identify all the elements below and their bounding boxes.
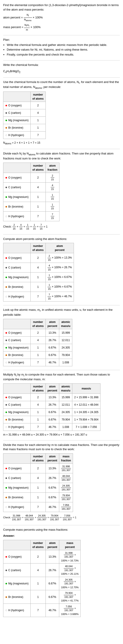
table3: numberof atoms atompercent ● O (oxygen) … <box>3 243 74 302</box>
t5-pct-c: 26.7% <box>46 401 59 408</box>
mass-percent-formula: mass percent = Nimim × 100% <box>3 23 120 32</box>
t6-element-c: ● C (carbon) <box>3 473 31 483</box>
dot-mg: ● <box>5 118 8 123</box>
t5-col-mass: atomicmass/u <box>59 384 72 394</box>
t5-col-pct: atompercent <box>46 384 59 394</box>
t5-calc-h: 7 × 1.008 = 7.056 <box>72 423 100 430</box>
table1-col-atoms: numberof atoms <box>30 92 46 102</box>
ans-col-element <box>3 540 31 550</box>
table1-total: Natoms = 2 + 4 + 1 + 1 + 7 = 15 <box>3 141 120 145</box>
header-text: Find the elemental composition for (1,3-… <box>3 3 120 12</box>
element-c: ● C (carbon) <box>3 109 31 117</box>
ans-col-mass-pct: masspercent <box>59 540 81 550</box>
answer-label: Answer: <box>3 534 120 538</box>
header: Find the elemental composition for (1,3-… <box>3 3 120 32</box>
table5: numberof atoms atompercent atomicmass/u … <box>3 384 100 431</box>
t3-col-element <box>3 243 31 253</box>
t3-col-atoms: numberof atoms <box>30 243 46 253</box>
ans-mass-pct-mg: 24.305191.307 ×100% = 12.70% <box>59 577 81 590</box>
table-row: ● Mg (magnesium) 1 6.67% 24.305 <box>3 344 72 351</box>
dot-br: ● <box>5 204 8 209</box>
table-row: ● Mg (magnesium) 1 6.67% 24.305191.307 <box>3 483 73 492</box>
divider-8 <box>3 440 120 440</box>
t4-pct-mg: 6.67% <box>46 344 59 351</box>
table-row: ● O (oxygen) 2 13.3% 31.998191.307 <box>3 464 73 473</box>
ans-element-mg: ● Mg (magnesium) <box>3 577 31 590</box>
element-br: ● Br (bromine) <box>3 124 31 132</box>
t5-pct-br: 6.67% <box>46 416 59 423</box>
t4-mass-br: 79.904 <box>59 351 72 359</box>
t2-col-atoms: numberof atoms <box>30 162 46 173</box>
table-row: ● O (oxygen) 2 215 <box>3 173 59 182</box>
ans-mass-pct-h: 7.056191.307 ×100% = 3.688% <box>59 604 81 617</box>
table1: numberof atoms ● O (oxygen) 2 ● C (carbo… <box>3 92 46 139</box>
divider-2 <box>3 60 120 60</box>
plan-step-2: Determine values for Ni, mi, Natoms, and… <box>7 48 120 52</box>
chemical-formula: C4H7BrMgO2 <box>3 69 120 74</box>
dot-br: ● <box>5 594 8 600</box>
t6-element-mg: ● Mg (magnesium) <box>3 483 31 492</box>
table-row: ● Mg (magnesium) 1 6.67% 24.305 1 × 24.3… <box>3 408 100 416</box>
t6-atoms-c: 4 <box>30 473 46 483</box>
t4-atoms-o: 2 <box>30 329 46 336</box>
table1-caption: Use the chemical formula to count the nu… <box>3 80 120 90</box>
t2-element-br: ● Br (bromine) <box>3 202 31 211</box>
t6-pct-h: 46.7% <box>46 502 59 512</box>
table-row: ○ H (hydrogen) 7 46.7% 7.056191.307 <box>3 502 73 512</box>
t6-frac-h: 7.056191.307 <box>59 502 73 512</box>
t2-col-frac: atomfraction <box>46 162 59 173</box>
t3-pct-h: 715 × 100% = 46.7% <box>46 292 74 302</box>
dot-mg: ● <box>5 581 8 586</box>
dot-h: ○ <box>5 424 8 430</box>
plan-label: Plan: <box>3 38 120 42</box>
t2-frac-br: 115 <box>46 202 59 211</box>
t2-atoms-o: 2 <box>30 173 46 182</box>
atoms-mg: 1 <box>30 117 46 124</box>
ans-atoms-o: 2 <box>30 550 46 564</box>
dot-mg: ● <box>5 410 8 415</box>
t5-mass-br: 79.904 <box>59 416 72 423</box>
answer-section: Compute mass percents using the mass fra… <box>3 528 120 617</box>
table-row: ● C (carbon) 4 <box>3 109 46 117</box>
t5-element-br: ● Br (bromine) <box>3 416 31 423</box>
table1-col-element <box>3 92 31 102</box>
t2-element-c: ● C (carbon) <box>3 182 31 192</box>
dot-o: ● <box>5 395 8 400</box>
t2-col-element <box>3 162 31 173</box>
table3-caption: Compute atom percents using the atom fra… <box>3 237 120 241</box>
t3-element-h: ○ H (hydrogen) <box>3 292 31 302</box>
dot-mg: ● <box>5 345 8 350</box>
plan-list: Write the chemical formula and gather at… <box>7 43 120 57</box>
dot-o: ● <box>5 175 8 180</box>
t4-atoms-mg: 1 <box>30 344 46 351</box>
t3-atoms-o: 2 <box>30 253 46 263</box>
table-row: ● Br (bromine) 1 6.67% 79.904 1 × 79.904… <box>3 416 100 423</box>
t4-element-o: ● O (oxygen) <box>3 329 31 336</box>
t5-atoms-o: 2 <box>30 394 46 401</box>
dot-h: ○ <box>5 608 8 613</box>
t5-element-o: ● O (oxygen) <box>3 394 31 401</box>
t5-col-element <box>3 384 31 394</box>
t4-atoms-h: 7 <box>30 359 46 366</box>
table-row: ● O (oxygen) 2 13.3% 15.999 2 × 15.999 =… <box>3 394 100 401</box>
table5-caption: Multiply Ni by mi to compute the mass fo… <box>3 372 120 382</box>
table-row: ● Br (bromine) 1 6.67% 79.904191.307 ×10… <box>3 590 81 604</box>
t2-element-o: ● O (oxygen) <box>3 173 31 182</box>
table-row: ● C (carbon) 4 26.7% 12.011 <box>3 336 72 344</box>
table2-check: Check: 215 + 415 + 115 + 115 + 715 = 1 <box>3 223 120 231</box>
answer-table: numberof atoms atompercent masspercent ●… <box>3 540 81 617</box>
table-row: ● C (carbon) 4 415 × 100% = 26.7% <box>3 263 74 272</box>
table-row: ● O (oxygen) 2 13.3% 15.999 <box>3 329 72 336</box>
t6-col-element <box>3 453 31 464</box>
t6-pct-c: 26.7% <box>46 473 59 483</box>
t5-calc-c: 4 × 12.011 = 48.044 <box>72 401 100 408</box>
table3-section: Compute atom percents using the atom fra… <box>3 237 120 302</box>
divider-3 <box>3 77 120 78</box>
table-row: ● C (carbon) 4 415 <box>3 182 59 192</box>
table2: numberof atoms atomfraction ● O (oxygen)… <box>3 162 59 221</box>
dot-c: ● <box>5 568 8 573</box>
ans-pct-c: 26.7% <box>46 564 59 577</box>
t2-atoms-mg: 1 <box>30 192 46 202</box>
ans-element-br: ● Br (bromine) <box>3 590 31 604</box>
t6-element-br: ● Br (bromine) <box>3 492 31 502</box>
